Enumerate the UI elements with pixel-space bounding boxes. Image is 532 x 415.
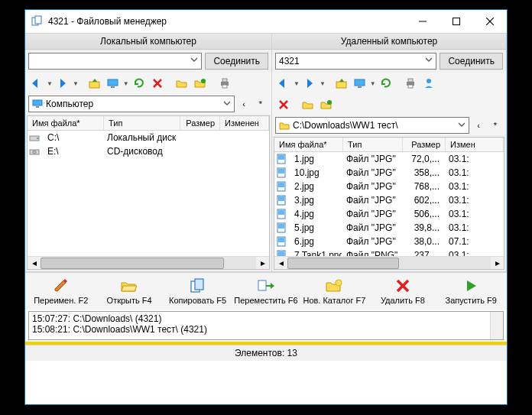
scroll-left-icon[interactable]: ◂ bbox=[28, 257, 41, 270]
delete-x-icon bbox=[394, 277, 412, 294]
table-row[interactable]: E:\CD-дисковод bbox=[28, 144, 269, 158]
svg-point-30 bbox=[327, 100, 332, 105]
cell-mod: 03.1: bbox=[444, 167, 504, 179]
scroll-left-icon[interactable]: ◂ bbox=[274, 257, 287, 270]
svg-rect-15 bbox=[33, 100, 42, 105]
bookmark-star-icon[interactable]: * bbox=[253, 96, 268, 112]
scroll-right-icon[interactable]: ▸ bbox=[491, 257, 504, 270]
cell-name: 4.jpg bbox=[290, 208, 342, 220]
left-hscrollbar[interactable]: ◂ ▸ bbox=[28, 256, 269, 269]
folder-up-icon[interactable] bbox=[333, 75, 350, 92]
delete-button[interactable]: Удалить F8 bbox=[368, 276, 436, 306]
col-size[interactable]: Размер bbox=[403, 138, 446, 151]
bookmark-prev-icon[interactable]: ‹ bbox=[471, 118, 486, 133]
back-icon[interactable] bbox=[275, 75, 292, 92]
left-file-list[interactable]: Имя файла* Тип Размер Изменен C:\Локальн… bbox=[27, 115, 270, 270]
svg-point-20 bbox=[33, 151, 36, 154]
col-name[interactable]: Имя файла* bbox=[28, 116, 104, 130]
printer-icon[interactable] bbox=[216, 75, 233, 92]
left-site-dropdown[interactable] bbox=[28, 53, 202, 70]
open-button[interactable]: Открыть F4 bbox=[95, 276, 163, 306]
table-row[interactable]: 5.jpgФайл "JPG"39,8...03.1: bbox=[274, 221, 504, 235]
log-vscrollbar[interactable] bbox=[490, 312, 503, 339]
file-icon bbox=[276, 167, 287, 178]
left-connect-button[interactable]: Соединить bbox=[205, 53, 268, 70]
bookmark-prev-icon[interactable]: ‹ bbox=[236, 96, 251, 112]
col-type[interactable]: Тип bbox=[104, 116, 180, 130]
printer-icon[interactable] bbox=[402, 75, 419, 92]
svg-rect-34 bbox=[278, 169, 284, 173]
user-icon[interactable] bbox=[420, 75, 437, 92]
svg-rect-22 bbox=[355, 79, 365, 86]
right-hscrollbar[interactable]: ◂ ▸ bbox=[274, 256, 504, 269]
right-path-combo[interactable]: C:\Downloads\WW1 тест\ bbox=[275, 117, 469, 134]
forward-icon[interactable] bbox=[301, 75, 318, 92]
folder-up-icon[interactable] bbox=[86, 75, 103, 92]
svg-rect-42 bbox=[278, 224, 284, 229]
cell-type: CD-дисковод bbox=[102, 145, 179, 157]
table-row[interactable]: 3.jpgФайл "JPG"602,...03.1: bbox=[274, 193, 504, 207]
new-folder-button[interactable]: Нов. Каталог F7 bbox=[300, 276, 368, 306]
folder-sync-icon[interactable] bbox=[318, 96, 335, 113]
move-button[interactable]: Переместить F6 bbox=[232, 276, 300, 306]
col-mod[interactable]: Изменен bbox=[220, 116, 269, 130]
right-path-row: C:\Downloads\WW1 тест\ ‹ * bbox=[272, 115, 506, 135]
action-label: Переместить F6 bbox=[234, 296, 297, 305]
bookmark-star-icon[interactable]: * bbox=[488, 118, 503, 133]
close-button[interactable] bbox=[473, 10, 507, 33]
delete-x-icon[interactable] bbox=[149, 75, 166, 92]
scroll-right-icon[interactable]: ▸ bbox=[256, 257, 269, 270]
folder-new-icon bbox=[325, 277, 343, 294]
back-icon[interactable] bbox=[28, 75, 45, 92]
table-row[interactable]: 10.jpgФайл "JPG"358,...03.1: bbox=[274, 166, 504, 180]
dropdown-arrow-icon[interactable]: ▼ bbox=[47, 80, 53, 87]
dropdown-arrow-icon[interactable]: ▼ bbox=[370, 80, 376, 87]
monitor-icon[interactable] bbox=[352, 75, 368, 92]
table-row[interactable]: 6.jpgФайл "JPG"38,0...07.1: bbox=[274, 235, 504, 248]
folder-sync-icon[interactable] bbox=[192, 75, 209, 92]
table-row[interactable]: 7 Tank1.pngФайл "PNG"237,...03.1: bbox=[274, 248, 504, 256]
delete-x-icon[interactable] bbox=[275, 96, 292, 113]
dropdown-arrow-icon[interactable]: ▼ bbox=[294, 80, 300, 87]
forward-icon[interactable] bbox=[54, 75, 71, 92]
table-row[interactable]: C:\Локальный диск bbox=[28, 131, 269, 144]
refresh-icon[interactable] bbox=[131, 75, 148, 92]
cell-size: 39,8... bbox=[401, 222, 444, 234]
cell-name: 3.jpg bbox=[290, 194, 342, 206]
monitor-icon[interactable] bbox=[105, 75, 122, 92]
panels: Локальный компьютер Соединить ▼ ▼ ▼ bbox=[25, 33, 507, 272]
right-file-list[interactable]: Имя файла* Тип Размер Измен 1.jpgФайл "J… bbox=[274, 137, 504, 270]
minimize-button[interactable] bbox=[406, 10, 440, 33]
table-row[interactable]: 2.jpgФайл "JPG"768,...03.1: bbox=[274, 180, 504, 193]
svg-rect-21 bbox=[336, 82, 346, 88]
svg-rect-23 bbox=[358, 86, 362, 88]
cell-size: 602,... bbox=[401, 194, 444, 206]
table-row[interactable]: 1.jpgФайл "JPG"72,0,...03.1: bbox=[274, 152, 504, 166]
rename-button[interactable]: Переимен. F2 bbox=[27, 276, 95, 306]
right-site-dropdown[interactable]: 4321 bbox=[275, 53, 436, 70]
col-name[interactable]: Имя файла* bbox=[274, 138, 343, 151]
folder-icon[interactable] bbox=[300, 96, 316, 113]
file-icon bbox=[276, 209, 287, 219]
maximize-button[interactable] bbox=[440, 10, 473, 33]
cell-type: Файл "JPG" bbox=[342, 153, 401, 165]
svg-point-27 bbox=[427, 79, 431, 83]
left-path-combo[interactable]: Компьютер bbox=[28, 96, 235, 112]
cell-size: 768,... bbox=[401, 180, 444, 193]
folder-icon[interactable] bbox=[174, 75, 190, 92]
run-button[interactable]: Запустить F9 bbox=[437, 276, 505, 306]
dropdown-arrow-icon[interactable]: ▼ bbox=[320, 80, 326, 87]
log-panel[interactable]: 15:07:27: C:\Downloads\ (4321) 15:08:21:… bbox=[28, 311, 504, 340]
table-row[interactable]: 4.jpgФайл "JPG"506,...03.1: bbox=[274, 207, 504, 221]
col-size[interactable]: Размер bbox=[180, 116, 220, 130]
dropdown-arrow-icon[interactable]: ▼ bbox=[73, 80, 79, 87]
col-type[interactable]: Тип bbox=[343, 138, 403, 151]
cell-size: 237,... bbox=[401, 249, 444, 256]
dropdown-arrow-icon[interactable]: ▼ bbox=[123, 80, 129, 87]
refresh-icon[interactable] bbox=[378, 75, 394, 92]
cell-mod: 03.1: bbox=[444, 222, 504, 234]
cell-name: E:\ bbox=[43, 145, 102, 157]
copy-button[interactable]: Копировать F5 bbox=[164, 276, 232, 306]
right-connect-button[interactable]: Соединить bbox=[440, 53, 503, 70]
col-mod[interactable]: Измен bbox=[446, 138, 504, 151]
